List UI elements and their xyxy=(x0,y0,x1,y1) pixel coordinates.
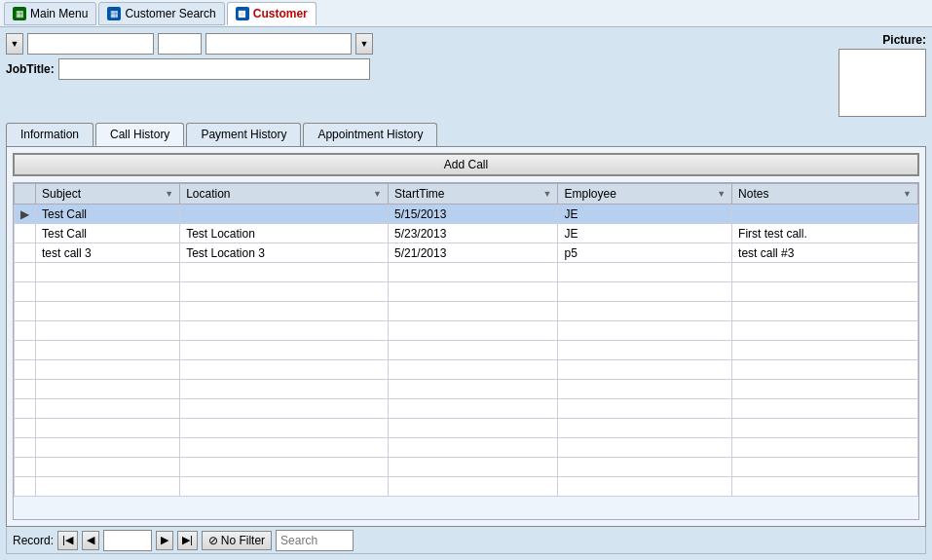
table-wrapper[interactable]: Subject ▼ Location ▼ xyxy=(13,182,919,520)
picture-frame xyxy=(839,49,926,117)
picture-label: Picture: xyxy=(882,33,926,47)
empty-row xyxy=(15,282,918,302)
customer-icon: ▦ xyxy=(236,7,249,20)
employee-col-header[interactable]: Employee ▼ xyxy=(558,184,732,205)
empty-indicator xyxy=(15,282,36,302)
location-sort-icon: ▼ xyxy=(373,189,382,199)
nav-next-btn[interactable]: ▶ xyxy=(156,531,173,550)
call-history-table: Subject ▼ Location ▼ xyxy=(14,183,918,497)
record-label: Record: xyxy=(13,534,54,547)
last-name-input[interactable]: Customer xyxy=(205,33,352,55)
empty-indicator xyxy=(15,302,36,321)
employee-cell: JE xyxy=(558,205,732,224)
subject-sort-icon: ▼ xyxy=(165,189,173,199)
record-number-input[interactable]: 1 of 3 xyxy=(103,530,152,551)
customer-search-icon: ▦ xyxy=(107,7,121,20)
tab-customer-label: Customer xyxy=(253,7,308,20)
location-cell: Test Location xyxy=(180,224,389,243)
empty-indicator xyxy=(15,419,36,438)
notes-col-header[interactable]: Notes ▼ xyxy=(732,184,918,205)
subject-cell: Test Call xyxy=(36,205,180,224)
subject-col-header[interactable]: Subject ▼ xyxy=(36,184,180,205)
location-col-header[interactable]: Location ▼ xyxy=(180,184,389,205)
filter-icon: ⊘ xyxy=(208,534,218,547)
nav-last-btn[interactable]: ▶| xyxy=(177,531,198,550)
first-dropdown-btn[interactable]: ▼ xyxy=(6,33,23,55)
tab-customer-search[interactable]: ▦ Customer Search xyxy=(98,2,224,25)
employee-cell: p5 xyxy=(558,243,732,263)
main-menu-icon: ▦ xyxy=(13,7,26,20)
top-form: ▼ Test Customer ▼ JobTitle: Picture: xyxy=(6,33,926,117)
starttime-cell: 5/23/2013 xyxy=(388,224,557,243)
tab-customer-search-label: Customer Search xyxy=(125,7,215,20)
table-row[interactable]: Test Call Test Location 5/23/2013 JE Fir… xyxy=(15,224,918,243)
empty-row xyxy=(15,341,918,360)
empty-indicator xyxy=(15,341,36,360)
starttime-cell: 5/21/2013 xyxy=(388,243,557,263)
title-bar: ▦ Main Menu ▦ Customer Search ▦ Customer xyxy=(0,0,932,27)
empty-row xyxy=(15,302,918,321)
empty-row xyxy=(15,438,918,458)
tab-main-menu[interactable]: ▦ Main Menu xyxy=(4,2,96,25)
empty-indicator xyxy=(15,263,36,282)
empty-indicator xyxy=(15,458,36,477)
last-dropdown-btn[interactable]: ▼ xyxy=(355,33,373,55)
jobtitle-row: JobTitle: xyxy=(6,58,823,80)
empty-row xyxy=(15,419,918,438)
empty-row xyxy=(15,477,918,497)
empty-row xyxy=(15,380,918,399)
nav-first-btn[interactable]: |◀ xyxy=(57,531,78,550)
empty-indicator xyxy=(15,321,36,341)
middle-name-input[interactable] xyxy=(158,33,202,55)
empty-row xyxy=(15,458,918,477)
empty-indicator xyxy=(15,399,36,419)
empty-row xyxy=(15,399,918,419)
empty-row xyxy=(15,263,918,282)
jobtitle-label: JobTitle: xyxy=(6,62,55,76)
tab-appointment-history[interactable]: Appointment History xyxy=(303,123,437,146)
row-indicator xyxy=(15,224,36,243)
search-input[interactable] xyxy=(276,530,354,551)
tab-panel: Information Call History Payment History… xyxy=(6,123,926,554)
no-filter-label: No Filter xyxy=(221,534,265,547)
location-cell: Test Location 3 xyxy=(180,243,389,263)
starttime-sort-icon: ▼ xyxy=(543,189,552,199)
empty-indicator xyxy=(15,477,36,497)
main-content: ▼ Test Customer ▼ JobTitle: Picture: Inf… xyxy=(0,27,932,560)
table-header-row: Subject ▼ Location ▼ xyxy=(15,184,918,205)
first-name-input[interactable]: Test xyxy=(27,33,154,55)
picture-box: Picture: xyxy=(829,33,926,117)
nav-prev-btn[interactable]: ◀ xyxy=(82,531,99,550)
tab-headers: Information Call History Payment History… xyxy=(6,123,926,147)
jobtitle-input[interactable] xyxy=(58,58,370,80)
tab-customer[interactable]: ▦ Customer xyxy=(227,2,317,25)
tab-information[interactable]: Information xyxy=(6,123,93,146)
indicator-col-header xyxy=(15,184,36,205)
table-row[interactable]: test call 3 Test Location 3 5/21/2013 p5… xyxy=(15,243,918,263)
row-indicator: ▶ xyxy=(15,205,36,224)
subject-cell: test call 3 xyxy=(36,243,180,263)
no-filter-btn[interactable]: ⊘ No Filter xyxy=(202,531,272,550)
empty-indicator xyxy=(15,360,36,380)
starttime-cell: 5/15/2013 xyxy=(388,205,557,224)
tab-main-menu-label: Main Menu xyxy=(30,7,88,20)
notes-cell xyxy=(732,205,918,224)
tab-content: Add Call Subject ▼ xyxy=(6,147,926,527)
starttime-col-header[interactable]: StartTime ▼ xyxy=(388,184,557,205)
empty-row xyxy=(15,321,918,341)
tab-payment-history[interactable]: Payment History xyxy=(186,123,301,146)
table-row[interactable]: ▶ Test Call 5/15/2013 JE xyxy=(15,205,918,224)
empty-row xyxy=(15,360,918,380)
add-call-button[interactable]: Add Call xyxy=(13,153,919,176)
location-cell xyxy=(180,205,389,224)
employee-sort-icon: ▼ xyxy=(717,189,726,199)
employee-cell: JE xyxy=(558,224,732,243)
record-nav: Record: |◀ ◀ 1 of 3 ▶ ▶| ⊘ No Filter xyxy=(6,527,926,554)
subject-cell: Test Call xyxy=(36,224,180,243)
name-row: ▼ Test Customer ▼ xyxy=(6,33,823,55)
tab-call-history[interactable]: Call History xyxy=(95,123,184,146)
row-indicator xyxy=(15,243,36,263)
notes-sort-icon: ▼ xyxy=(903,189,912,199)
empty-indicator xyxy=(15,380,36,399)
empty-indicator xyxy=(15,438,36,458)
